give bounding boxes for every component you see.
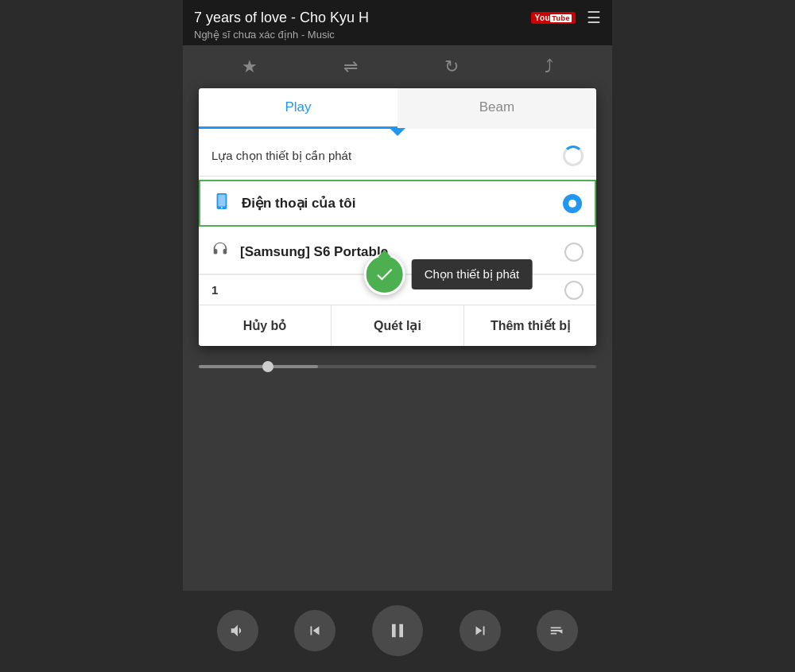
loading-spinner — [563, 146, 584, 166]
tooltip-text: Chọn thiết bị phát — [412, 259, 533, 289]
song-subtitle: Nghệ sĩ chưa xác định - Music — [194, 29, 601, 41]
dialog-footer: Hủy bỏ Quét lại Thêm thiết bị — [199, 305, 596, 346]
radio-samsung[interactable] — [564, 243, 584, 262]
progress-thumb[interactable] — [262, 361, 273, 372]
progress-track[interactable] — [199, 365, 596, 368]
device-item-samsung-wrapper: [Samsung] S6 Portable Chọn thiết bị phát — [199, 230, 596, 274]
favorite-icon[interactable]: ★ — [242, 56, 258, 77]
device-partial-text: 1 — [211, 283, 218, 297]
device-item-phone[interactable]: Điện thoại của tôi — [199, 180, 596, 227]
shuffle-icon[interactable]: ⇌ — [343, 56, 358, 77]
progress-bar-area — [183, 357, 612, 373]
toolbar: ★ ⇌ ↻ ⤴ — [183, 45, 612, 88]
device-dialog: Play Beam Lựa chọn thiết bị cần phát — [199, 88, 596, 346]
phone-icon — [213, 192, 231, 214]
app-container: 7 years of love - Cho Kyu H YouTube ☰ Ng… — [183, 0, 612, 672]
radio-partial — [564, 281, 584, 300]
song-title: 7 years of love - Cho Kyu H — [194, 10, 531, 26]
device-list-label: Lựa chọn thiết bị cần phát — [211, 149, 351, 163]
dialog-area: Play Beam Lựa chọn thiết bị cần phát — [183, 88, 612, 591]
dialog-tabs: Play Beam — [199, 88, 596, 129]
headphones-icon — [211, 241, 229, 262]
header-top: 7 years of love - Cho Kyu H YouTube ☰ — [194, 8, 601, 27]
svg-rect-1 — [218, 195, 225, 207]
tooltip-container: Chọn thiết bị phát — [364, 254, 533, 295]
device-list-header: Lựa chọn thiết bị cần phát — [199, 136, 596, 177]
tab-indicator — [199, 129, 596, 136]
radio-phone[interactable] — [563, 194, 582, 213]
rescan-button[interactable]: Quét lại — [332, 305, 464, 346]
playlist-ctrl-button[interactable] — [537, 610, 578, 651]
check-badge — [364, 254, 405, 295]
prev-button[interactable] — [294, 610, 335, 651]
repeat-icon[interactable]: ↻ — [444, 56, 459, 77]
tab-beam[interactable]: Beam — [398, 88, 596, 129]
header-icons: YouTube ☰ — [531, 8, 602, 27]
share-icon[interactable]: ⤴ — [545, 56, 553, 77]
tab-arrow — [390, 128, 405, 136]
youtube-badge: YouTube — [531, 12, 576, 24]
player-controls — [183, 591, 612, 672]
volume-button[interactable] — [217, 610, 258, 651]
header: 7 years of love - Cho Kyu H YouTube ☰ Ng… — [183, 0, 612, 45]
next-button[interactable] — [460, 610, 501, 651]
progress-fill — [199, 365, 318, 368]
playlist-icon[interactable]: ☰ — [587, 8, 601, 27]
device-phone-name: Điện thoại của tôi — [242, 195, 563, 212]
tab-play[interactable]: Play — [199, 88, 398, 129]
cancel-button[interactable]: Hủy bỏ — [199, 305, 332, 346]
svg-point-2 — [221, 207, 223, 208]
add-device-button[interactable]: Thêm thiết bị — [464, 305, 596, 346]
pause-button[interactable] — [372, 605, 423, 656]
